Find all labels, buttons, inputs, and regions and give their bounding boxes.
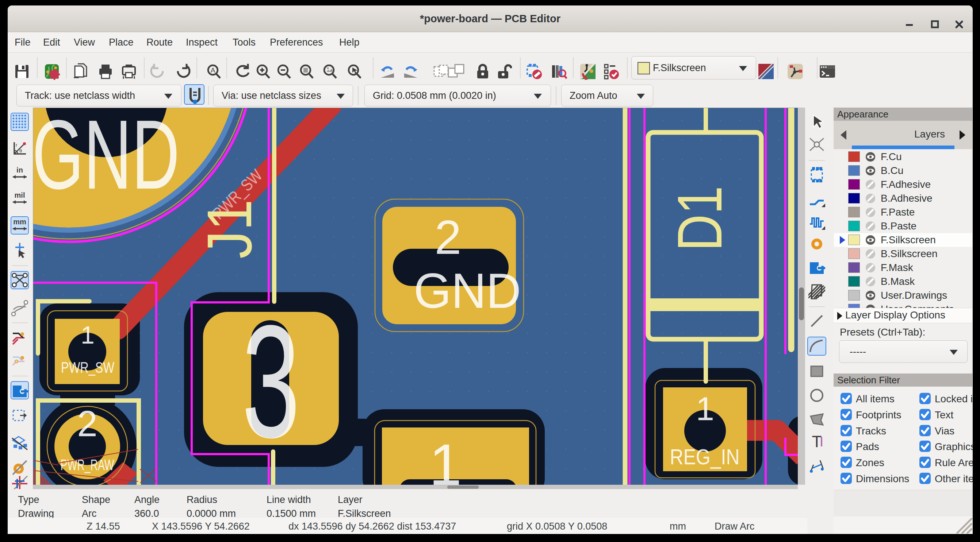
- svg-text:2: 2: [434, 211, 461, 264]
- svg-text:in: in: [16, 166, 23, 174]
- svg-text:REG_IN: REG_IN: [670, 445, 740, 469]
- svg-text:1: 1: [81, 321, 95, 349]
- svg-text:T: T: [812, 433, 822, 450]
- svg-text:D1: D1: [665, 186, 735, 251]
- svg-text:mm: mm: [13, 218, 26, 226]
- svg-text:3: 3: [242, 292, 300, 471]
- svg-text:mil: mil: [14, 191, 25, 199]
- svg-text:GND: GND: [414, 263, 521, 319]
- svg-text:r: r: [16, 142, 18, 148]
- svg-text:1: 1: [696, 391, 714, 427]
- svg-text:PWR_RAW: PWR_RAW: [60, 456, 114, 474]
- svg-text:GND: GND: [33, 108, 180, 209]
- svg-text:θ: θ: [19, 148, 22, 154]
- svg-text:A: A: [211, 67, 215, 74]
- svg-text:PWR_SW: PWR_SW: [61, 359, 114, 376]
- svg-text:J1: J1: [194, 200, 264, 259]
- svg-text:2: 2: [77, 403, 97, 444]
- svg-text:1: 1: [430, 432, 462, 485]
